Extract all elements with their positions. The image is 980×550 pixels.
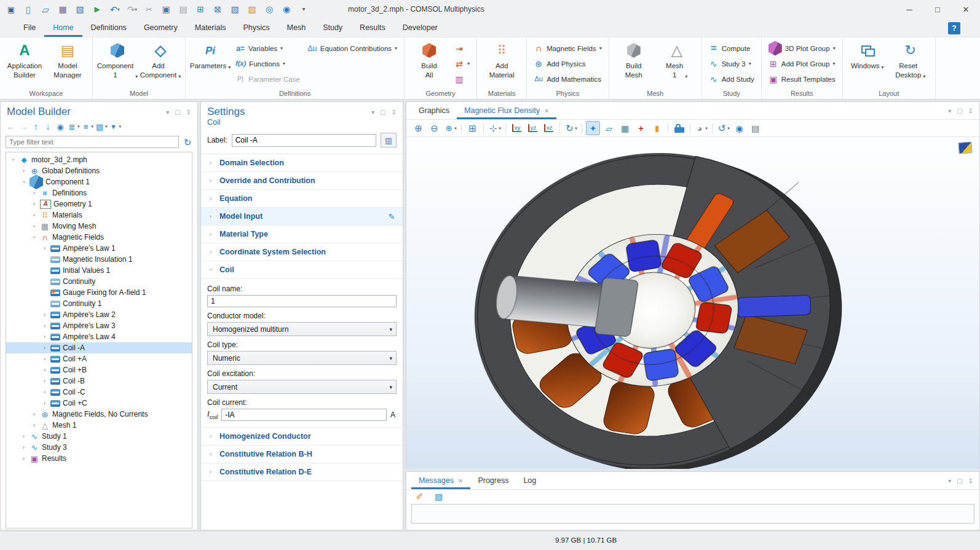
zoom-in-button[interactable]: ⊕ xyxy=(411,121,425,135)
view-yz-button[interactable]: yz xyxy=(526,121,540,135)
ribbon-button-application-builder[interactable]: AApplication Builder xyxy=(3,39,46,80)
tree-collapsed-icon[interactable]: › xyxy=(20,168,27,174)
tree-item[interactable]: Continuity xyxy=(6,276,192,287)
ribbon-button-add-mathematics[interactable]: ΔuAdd Mathematics xyxy=(531,71,604,87)
tree-collapsed-icon[interactable]: › xyxy=(20,455,27,462)
save-button[interactable]: ▦ xyxy=(55,2,70,17)
ribbon-tab-definitions[interactable]: Definitions xyxy=(82,18,135,37)
ribbon-button-magnetic-fields[interactable]: ∩Magnetic Fields▾ xyxy=(531,41,604,56)
open-button[interactable]: ▱ xyxy=(38,2,53,17)
float-window-icon[interactable]: ▢ xyxy=(957,477,962,484)
undo-button[interactable]: ↶▾ xyxy=(107,2,122,17)
save-as-button[interactable]: ▧ xyxy=(73,2,87,17)
tree-item[interactable]: ›Component 1 xyxy=(6,176,192,187)
edit-model-input-button[interactable]: ✎ xyxy=(387,212,400,221)
coil-excitation-select[interactable]: Current▾ xyxy=(207,380,397,394)
tree-collapsed-icon[interactable]: › xyxy=(20,433,27,439)
section-override-and-contribution[interactable]: ›Override and Contribution xyxy=(201,172,403,190)
tree-collapsed-icon[interactable]: › xyxy=(31,201,38,207)
redo-button[interactable]: ↷▾ xyxy=(124,2,139,17)
section-domain-selection[interactable]: ›Domain Selection xyxy=(201,154,403,172)
collapse-all-button[interactable]: ≡▾ xyxy=(81,120,94,133)
tab-magnetic-flux-density[interactable]: Magnetic Flux Density✕ xyxy=(457,102,556,119)
lock-view-button[interactable] xyxy=(672,121,686,135)
tab-log[interactable]: Log xyxy=(516,472,543,489)
conductor-model-select[interactable]: Homogenized multiturn▾ xyxy=(207,322,397,336)
tree-item[interactable]: ›∿Study 1 xyxy=(6,431,192,442)
collapse-caret-icon[interactable]: ▾ xyxy=(166,109,169,116)
maximize-button[interactable]: □ xyxy=(923,0,952,18)
section-constitutive-relation-b-h[interactable]: ›Constitutive Relation B-H xyxy=(201,446,403,463)
ribbon-button-model-manager[interactable]: ▤Model Manager xyxy=(46,39,89,80)
tree-item[interactable]: ›Ampère's Law 1 xyxy=(6,243,192,254)
close-icon[interactable]: ✕ xyxy=(458,477,463,484)
ribbon-tab-materials[interactable]: Materials xyxy=(186,18,235,37)
wireframe-grid-button[interactable]: ▦ xyxy=(618,121,632,135)
zoom-selected-button[interactable]: ◎ xyxy=(262,2,277,17)
redo-caret-icon[interactable]: ▾ xyxy=(135,7,137,12)
update-plot-button[interactable]: ↺▾ xyxy=(716,121,730,135)
ribbon-tab-mesh[interactable]: Mesh xyxy=(279,18,315,37)
ribbon-button-plot-group-3d[interactable]: 3D Plot Group▾ xyxy=(766,41,838,56)
tree-item[interactable]: Magnetic Insulation 1 xyxy=(6,254,192,265)
tree-item[interactable]: ›△Mesh 1 xyxy=(6,420,192,431)
rotate-button[interactable]: ↻▾ xyxy=(564,121,578,135)
undo-caret-icon[interactable]: ▾ xyxy=(117,7,120,12)
tab-progress[interactable]: Progress xyxy=(470,472,516,489)
tree-collapsed-icon[interactable]: › xyxy=(31,223,38,229)
tree-item[interactable]: Continuity 1 xyxy=(6,298,192,309)
color-theme-button[interactable]: ◕▾ xyxy=(694,121,708,135)
pin-icon[interactable]: ↧ xyxy=(186,109,191,116)
app-button[interactable]: ▣ xyxy=(4,2,18,17)
ribbon-button-add-material[interactable]: ⠿Add Material xyxy=(480,39,523,80)
ribbon-button-add-study[interactable]: ∿Add Study xyxy=(706,71,757,87)
float-window-icon[interactable]: ▢ xyxy=(380,109,385,116)
plot-thumbnail-icon[interactable] xyxy=(958,141,972,154)
move-down-button[interactable]: ↓ xyxy=(42,120,53,133)
tree-item[interactable]: ›∩Magnetic Fields xyxy=(6,232,192,243)
ribbon-tab-geometry[interactable]: Geometry xyxy=(135,18,186,37)
tree-item[interactable]: ›⊕Global Definitions xyxy=(6,165,192,176)
tree-item[interactable]: ›Coil -C xyxy=(6,387,192,398)
ribbon-tab-physics[interactable]: Physics xyxy=(234,18,278,37)
tree-item[interactable]: Gauge Fixing for A-field 1 xyxy=(6,287,192,298)
tree-collapsed-icon[interactable]: › xyxy=(41,345,48,351)
ribbon-button-component[interactable]: Component 1▾ xyxy=(96,39,139,80)
ribbon-button-virtual-operations[interactable]: ▥ xyxy=(452,71,472,87)
ribbon-button-update-geometry[interactable]: ⇄▾ xyxy=(452,56,472,71)
pin-icon[interactable]: ↧ xyxy=(968,477,973,484)
ribbon-tab-file[interactable]: File xyxy=(15,18,44,37)
nav-forward-button[interactable]: → xyxy=(18,120,29,133)
ribbon-button-study-3[interactable]: ∿Study 3▾ xyxy=(706,56,757,71)
close-button[interactable]: ✕ xyxy=(952,0,980,18)
run-button[interactable]: ▶ xyxy=(90,2,105,17)
tree-item[interactable]: ›Coil +B xyxy=(6,364,192,375)
coil-type-select[interactable]: Numeric▾ xyxy=(207,351,397,365)
messages-output[interactable] xyxy=(411,504,974,524)
collapse-caret-icon[interactable]: ▾ xyxy=(948,477,951,484)
new-file-button[interactable]: ▯ xyxy=(21,2,36,17)
select-box-button[interactable]: ▧ xyxy=(227,2,242,17)
tree-item[interactable]: ›≡Definitions xyxy=(6,187,192,198)
tree-item[interactable]: Initial Values 1 xyxy=(6,265,192,276)
tree-collapsed-icon[interactable]: › xyxy=(41,367,48,373)
ribbon-tab-home[interactable]: Home xyxy=(44,18,82,37)
tree-item[interactable]: ›Coil +A xyxy=(6,353,192,364)
pin-icon[interactable]: ↧ xyxy=(392,109,397,116)
float-window-icon[interactable]: ▢ xyxy=(957,108,962,114)
section-constitutive-relation-d-e[interactable]: ›Constitutive Relation D-E xyxy=(201,463,403,481)
tree-expanded-icon[interactable]: › xyxy=(21,179,27,186)
tree-item[interactable]: ›Ampère's Law 2 xyxy=(6,309,192,320)
collapse-caret-icon[interactable]: ▾ xyxy=(371,109,374,116)
label-note-button[interactable]: ▥ xyxy=(381,133,397,147)
collapse-caret-icon[interactable]: ▾ xyxy=(948,108,951,114)
coil-current-input[interactable] xyxy=(221,409,387,421)
tree-item[interactable]: ›⊛Magnetic Fields, No Currents xyxy=(6,409,192,420)
ribbon-button-parameters[interactable]: PiParameters▾ xyxy=(189,39,232,71)
tab-messages[interactable]: Messages✕ xyxy=(411,472,470,489)
print-button[interactable]: ▤ xyxy=(748,121,762,135)
cut-button[interactable]: ✂ xyxy=(141,2,156,17)
duplicate-button[interactable]: ⊞ xyxy=(193,2,208,17)
tree-item[interactable]: ›▦Moving Mesh xyxy=(6,221,192,232)
section-coordinate-system-selection[interactable]: ›Coordinate System Selection xyxy=(201,243,403,261)
